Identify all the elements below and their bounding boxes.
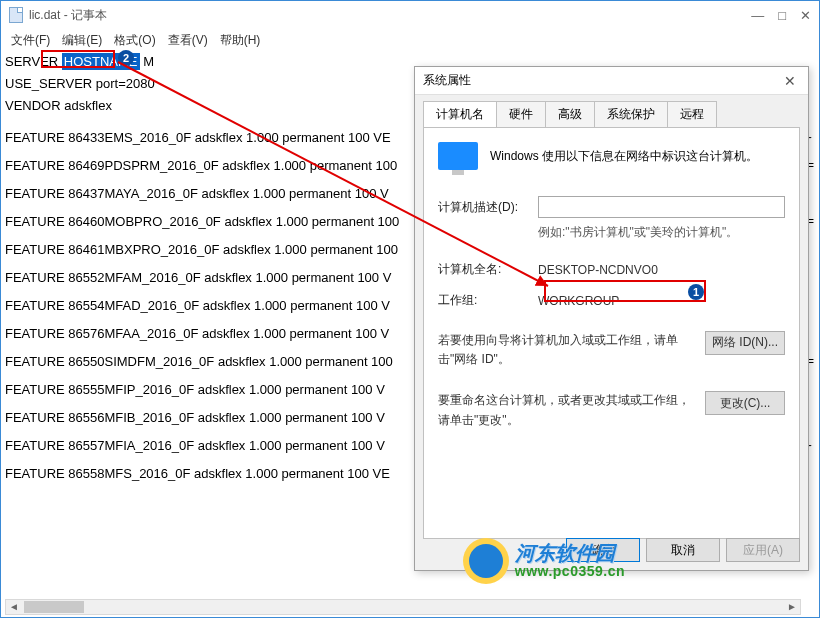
close-button[interactable]: ✕ [800,8,811,23]
notepad-titlebar: lic.dat - 记事本 — □ ✕ [1,1,819,29]
watermark-url: www.pc0359.cn [515,564,625,579]
tab-computername[interactable]: 计算机名 [423,101,497,127]
tab-protection[interactable]: 系统保护 [594,101,668,127]
annotation-box-2 [41,50,115,68]
watermark: 河东软件园 www.pc0359.cn [463,538,625,584]
menu-file[interactable]: 文件(F) [7,30,54,51]
notepad-menubar: 文件(F) 编辑(E) 格式(O) 查看(V) 帮助(H) [1,29,819,51]
sysprops-titlebar: 系统属性 ✕ [415,67,808,95]
tab-remote[interactable]: 远程 [667,101,717,127]
description-input[interactable] [538,196,785,218]
annotation-badge-1: 1 [688,284,704,300]
menu-edit[interactable]: 编辑(E) [58,30,106,51]
annotation-box-1 [544,280,706,302]
close-icon[interactable]: ✕ [780,73,800,89]
horizontal-scrollbar[interactable]: ◄ ► [5,599,801,615]
annotation-badge-2: 2 [118,50,134,66]
sysprops-head-text: Windows 使用以下信息在网络中标识这台计算机。 [490,148,758,165]
description-hint: 例如:"书房计算机"或"美玲的计算机"。 [538,224,785,241]
system-properties-dialog: 系统属性 ✕ 计算机名 硬件 高级 系统保护 远程 Windows 使用以下信息… [414,66,809,571]
value-fullname: DESKTOP-NCDNVO0 [538,263,658,277]
netid-text: 若要使用向导将计算机加入域或工作组，请单击"网络 ID"。 [438,331,695,369]
label-description: 计算机描述(D): [438,199,538,216]
menu-view[interactable]: 查看(V) [164,30,212,51]
tab-hardware[interactable]: 硬件 [496,101,546,127]
watermark-name: 河东软件园 [515,542,625,564]
label-workgroup: 工作组: [438,292,538,309]
network-id-button[interactable]: 网络 ID(N)... [705,331,785,355]
scroll-left-icon[interactable]: ◄ [6,600,22,614]
file-icon [9,7,23,23]
sysprops-title-text: 系统属性 [423,72,471,89]
monitor-icon [438,142,478,170]
apply-button[interactable]: 应用(A) [726,538,800,562]
sysprops-tabs: 计算机名 硬件 高级 系统保护 远程 [423,101,800,127]
scroll-thumb[interactable] [24,601,84,613]
scroll-right-icon[interactable]: ► [784,600,800,614]
sysprops-panel: Windows 使用以下信息在网络中标识这台计算机。 计算机描述(D): 例如:… [423,127,800,539]
menu-help[interactable]: 帮助(H) [216,30,265,51]
watermark-logo-icon [463,538,509,584]
text: M [140,54,154,69]
change-button[interactable]: 更改(C)... [705,391,785,415]
maximize-button[interactable]: □ [778,8,786,23]
label-fullname: 计算机全名: [438,261,538,278]
notepad-title-text: lic.dat - 记事本 [29,7,107,24]
tab-advanced[interactable]: 高级 [545,101,595,127]
cancel-button[interactable]: 取消 [646,538,720,562]
rename-text: 要重命名这台计算机，或者更改其域或工作组，请单击"更改"。 [438,391,695,429]
menu-format[interactable]: 格式(O) [110,30,159,51]
minimize-button[interactable]: — [751,8,764,23]
